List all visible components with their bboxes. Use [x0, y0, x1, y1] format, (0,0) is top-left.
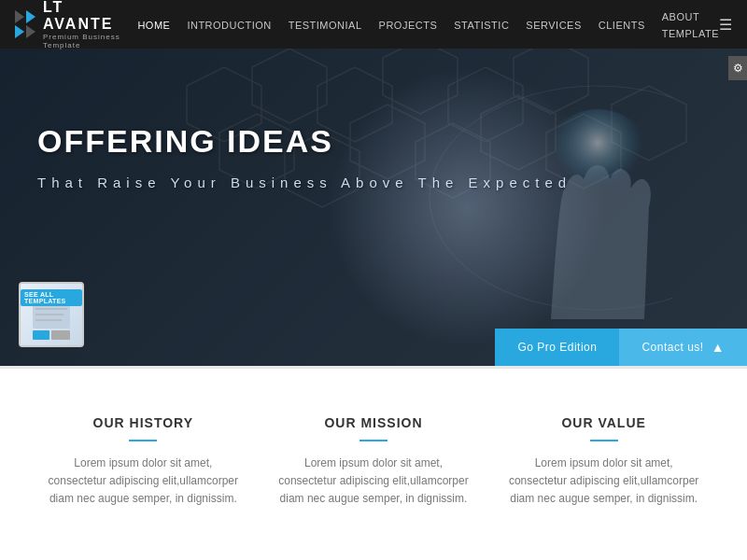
nav-links: HOME INTRODUCTION TESTIMONIAL PROJECTS S…: [137, 7, 719, 41]
go-pro-button[interactable]: Go Pro Edition: [495, 329, 619, 366]
card-history-divider: [129, 440, 157, 441]
logo-arrows-icon: [15, 10, 35, 38]
content-section: OUR HISTORY Lorem ipsum dolor sit amet, …: [0, 366, 747, 555]
navbar: LT AVANTE Premium Business Template HOME…: [0, 0, 747, 49]
contact-button[interactable]: Contact us! ▲: [619, 329, 747, 366]
nav-testimonial[interactable]: TESTIMONIAL: [289, 16, 362, 33]
nav-services[interactable]: SERVICES: [526, 16, 581, 33]
card-history-text: Lorem ipsum dolor sit amet, consectetur …: [47, 455, 240, 509]
card-mission-title: OUR MISSION: [277, 415, 471, 430]
nav-home[interactable]: HOME: [137, 16, 170, 33]
card-mission-text: Lorem ipsum dolor sit amet, consectetur …: [277, 455, 471, 509]
brand-tagline: Premium Business Template: [43, 33, 137, 49]
hero-title: OFFERING IDEAS: [37, 123, 710, 160]
card-value-divider: [590, 440, 618, 441]
gear-icon: ⚙: [733, 62, 743, 75]
hero-buttons: Go Pro Edition Contact us! ▲: [495, 329, 747, 366]
nav-about[interactable]: ABOUT TEMPLATE: [662, 7, 719, 41]
card-history-title: OUR HISTORY: [47, 415, 240, 430]
hero-content: OFFERING IDEAS That Raise Your Business …: [0, 49, 747, 190]
template-badge[interactable]: SEE ALL TEMPLATES: [19, 282, 84, 347]
template-badge-inner: SEE ALL TEMPLATES: [21, 284, 82, 345]
hero-section: OFFERING IDEAS That Raise Your Business …: [0, 49, 747, 366]
card-value-text: Lorem ipsum dolor sit amet, consectetur …: [507, 455, 700, 509]
hamburger-icon[interactable]: ☰: [719, 16, 732, 34]
svg-rect-16: [33, 330, 49, 340]
card-value: OUR VALUE Lorem ipsum dolor sit amet, co…: [498, 406, 710, 518]
card-value-title: OUR VALUE: [507, 415, 700, 430]
nav-clients[interactable]: CLIENTS: [599, 16, 645, 33]
badge-label: SEE ALL TEMPLATES: [21, 289, 82, 306]
logo[interactable]: LT AVANTE Premium Business Template: [15, 0, 137, 49]
chevron-up-icon: ▲: [712, 340, 725, 355]
svg-rect-17: [51, 330, 70, 340]
nav-introduction[interactable]: INTRODUCTION: [187, 16, 271, 33]
hero-subtitle: That Raise Your Business Above The Expec…: [37, 175, 710, 190]
card-mission-divider: [359, 440, 388, 441]
nav-statistic[interactable]: STATISTIC: [454, 16, 509, 33]
svg-rect-15: [33, 302, 70, 329]
settings-panel[interactable]: ⚙: [728, 56, 747, 80]
card-history: OUR HISTORY Lorem ipsum dolor sit amet, …: [37, 406, 249, 518]
nav-projects[interactable]: PROJECTS: [379, 16, 438, 33]
card-mission: OUR MISSION Lorem ipsum dolor sit amet, …: [268, 406, 480, 518]
brand-name: LT AVANTE: [43, 0, 137, 33]
